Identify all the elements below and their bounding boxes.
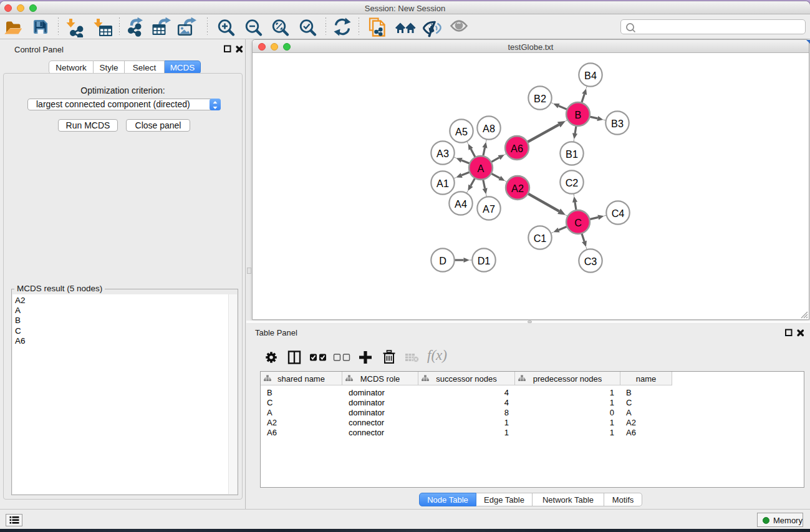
svg-text:B2: B2 — [534, 93, 546, 104]
svg-text:A4: A4 — [455, 198, 467, 210]
svg-text:C: C — [574, 217, 582, 228]
svg-text:C1: C1 — [534, 233, 547, 244]
svg-text:A6: A6 — [511, 143, 523, 154]
svg-text:A1: A1 — [436, 178, 449, 189]
svg-text:A7: A7 — [483, 203, 495, 215]
svg-text:C2: C2 — [566, 177, 579, 188]
svg-text:A: A — [478, 163, 485, 174]
svg-text:B3: B3 — [611, 118, 624, 129]
svg-text:C3: C3 — [584, 256, 597, 267]
svg-text:B4: B4 — [584, 70, 597, 81]
svg-text:A2: A2 — [511, 183, 524, 194]
svg-text:D: D — [439, 255, 446, 266]
svg-text:A3: A3 — [436, 148, 449, 159]
svg-text:A8: A8 — [483, 123, 495, 134]
svg-text:D1: D1 — [478, 255, 491, 266]
svg-text:B1: B1 — [566, 148, 578, 160]
svg-text:A5: A5 — [455, 126, 468, 137]
svg-text:C4: C4 — [612, 208, 625, 219]
svg-text:B: B — [575, 109, 582, 120]
